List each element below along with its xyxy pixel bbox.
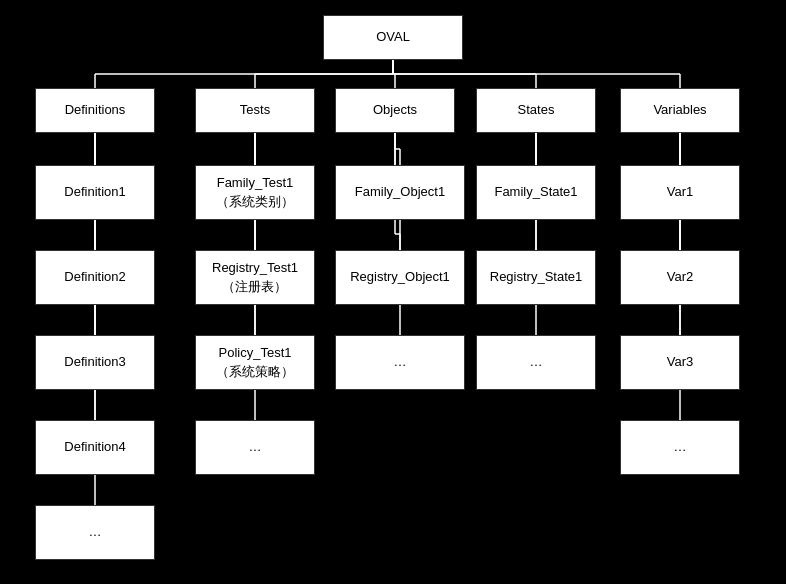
item-col0-row2: Definition3 bbox=[35, 335, 155, 390]
item-col0-row0: Definition1 bbox=[35, 165, 155, 220]
item-col0-row4: … bbox=[35, 505, 155, 560]
item-col1-row0: Family_Test1 （系统类别） bbox=[195, 165, 315, 220]
item-col4-row2: Var3 bbox=[620, 335, 740, 390]
item-col1-row1: Registry_Test1 （注册表） bbox=[195, 250, 315, 305]
column-header-tests: Tests bbox=[195, 88, 315, 133]
item-col3-row1: Registry_State1 bbox=[476, 250, 596, 305]
item-col3-row2: … bbox=[476, 335, 596, 390]
item-col2-row2: … bbox=[335, 335, 465, 390]
item-col4-row0: Var1 bbox=[620, 165, 740, 220]
item-col0-row3: Definition4 bbox=[35, 420, 155, 475]
column-header-objects: Objects bbox=[335, 88, 455, 133]
item-col4-row1: Var2 bbox=[620, 250, 740, 305]
diagram: OVAL DefinitionsTestsObjectsStatesVariab… bbox=[0, 0, 786, 584]
item-col0-row1: Definition2 bbox=[35, 250, 155, 305]
item-col4-row3: … bbox=[620, 420, 740, 475]
column-header-variables: Variables bbox=[620, 88, 740, 133]
item-col1-row3: … bbox=[195, 420, 315, 475]
item-col2-row0: Family_Object1 bbox=[335, 165, 465, 220]
item-col3-row0: Family_State1 bbox=[476, 165, 596, 220]
column-header-states: States bbox=[476, 88, 596, 133]
root-node: OVAL bbox=[323, 15, 463, 60]
item-col1-row2: Policy_Test1 （系统策略） bbox=[195, 335, 315, 390]
item-col2-row1: Registry_Object1 bbox=[335, 250, 465, 305]
column-header-definitions: Definitions bbox=[35, 88, 155, 133]
